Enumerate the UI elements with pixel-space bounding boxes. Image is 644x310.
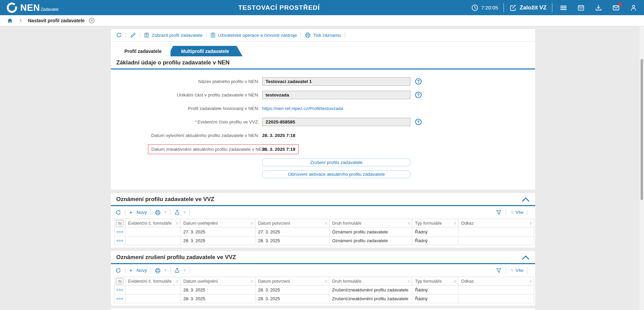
- column-header[interactable]: Datum uveřejnění▽: [180, 277, 255, 286]
- view-all-button[interactable]: ▽ Vše: [510, 210, 523, 215]
- cell-link: [458, 286, 534, 294]
- plus-icon: +: [129, 267, 132, 273]
- messages-icon[interactable]: [612, 4, 620, 11]
- sort-icon[interactable]: ▽: [454, 280, 456, 283]
- toolbar-separator: [151, 267, 151, 273]
- column-header[interactable]: Datum potvrzení▽: [255, 277, 329, 286]
- deactivation-highlight-box: Datum zneaktivnění aktuálního profilu za…: [148, 144, 299, 154]
- column-header[interactable]: Datum potvrzení▽: [255, 219, 329, 228]
- printer-icon: [305, 32, 311, 38]
- created-date-label: Datum vytvoření aktuálního profilu zadav…: [111, 133, 259, 138]
- column-header[interactable]: Evidenční č. formuláře▽: [125, 277, 180, 286]
- close-tab-icon[interactable]: [89, 18, 95, 24]
- row-menu-icon[interactable]: [117, 289, 123, 291]
- new-button[interactable]: + Nový: [129, 209, 147, 215]
- calendar-icon[interactable]: [577, 4, 585, 11]
- create-vz-button[interactable]: Založit VZ: [509, 4, 547, 11]
- column-header[interactable]: Typ formuláře▽: [412, 219, 458, 228]
- column-header[interactable]: Datum uveřejnění▽: [180, 219, 255, 228]
- vvz-notices-header: Oznámení profilu zadavatele ve VVZ: [111, 193, 535, 206]
- breadcrumb: Nastavit profil zadavatele: [0, 15, 644, 26]
- sort-icon[interactable]: ▽: [408, 222, 410, 225]
- collapse-icon[interactable]: [522, 255, 530, 260]
- nen-logo[interactable]: NEN Zadavatel: [7, 2, 58, 13]
- print-menu-button[interactable]: ▽: [155, 209, 166, 216]
- basic-section-title: Základní údaje o profilu zadavatele v NE…: [116, 59, 229, 66]
- vvz-cancellation-header: Oznámení zrušení profilu zadavatele ve V…: [111, 251, 535, 264]
- new-button[interactable]: + Nový: [129, 267, 147, 273]
- table-row[interactable]: 28. 3. 2025 28. 3. 2025 Zrušení/zneaktiv…: [115, 294, 534, 303]
- table-row[interactable]: 28. 3. 2025 28. 3. 2025 Zrušení/zneaktiv…: [115, 286, 534, 294]
- print-menu-button[interactable]: ▽: [155, 267, 166, 274]
- nen-logo-icon: [7, 2, 18, 13]
- profile-url-link[interactable]: https://nen-ref.nipez.cz/Profil/testovza…: [262, 106, 343, 111]
- cell-evidence-number: [125, 228, 180, 236]
- show-profile-button[interactable]: Zobrazit profil zadavatele: [144, 32, 203, 38]
- refresh-icon[interactable]: [116, 32, 122, 38]
- column-settings-header[interactable]: [115, 219, 125, 228]
- document-icon: [210, 32, 216, 38]
- profile-name-input[interactable]: [262, 77, 410, 86]
- refresh-icon[interactable]: [115, 209, 121, 216]
- export-menu-button[interactable]: ▽: [174, 209, 186, 215]
- sort-icon[interactable]: ▽: [325, 280, 327, 283]
- edit-icon[interactable]: [130, 32, 136, 38]
- column-header[interactable]: Typ formuláře▽: [412, 277, 458, 286]
- tab-profil-zadavatele[interactable]: Profil zadavatele: [116, 46, 171, 56]
- export-menu-button[interactable]: ▽: [174, 267, 186, 273]
- toolbar-separator: [527, 209, 527, 215]
- sort-icon[interactable]: ▽: [530, 280, 532, 283]
- tab-multiprofil-zadavatele[interactable]: Multiprofil zadavatele: [168, 46, 243, 56]
- help-icon[interactable]: [415, 78, 422, 85]
- user-operations-button[interactable]: Uživatelské operace a činnosti nástroje: [210, 32, 297, 38]
- unique-part-input[interactable]: [262, 91, 410, 99]
- help-icon[interactable]: [415, 119, 422, 125]
- vertical-scrollbar[interactable]: [640, 15, 644, 310]
- scrollbar-thumb[interactable]: [641, 59, 643, 200]
- sort-icon[interactable]: ▽: [408, 280, 410, 283]
- column-header[interactable]: Druh formuláře▽: [329, 277, 412, 286]
- column-header[interactable]: Evidenční č. formuláře▽: [125, 219, 180, 228]
- view-all-button[interactable]: ▽ Vše: [510, 268, 523, 273]
- sort-icon[interactable]: ▽: [251, 222, 253, 225]
- cell-evidence-number: [125, 236, 180, 245]
- tabs: Profil zadavatele Multiprofil zadavatele: [111, 46, 535, 56]
- row-menu-icon[interactable]: [117, 298, 123, 300]
- column-header[interactable]: Odkaz▽: [458, 219, 534, 228]
- table-row[interactable]: 28. 3. 2025 28. 3. 2025 Oznámení profilu…: [115, 236, 534, 245]
- required-asterisk: *: [195, 119, 197, 124]
- view-all-label: Vše: [516, 268, 523, 273]
- create-vz-label: Založit VZ: [520, 4, 547, 11]
- sort-icon[interactable]: ▽: [530, 222, 532, 225]
- filter-icon[interactable]: [496, 267, 502, 274]
- collapse-icon[interactable]: [522, 197, 530, 202]
- toolbar-separator: [506, 267, 506, 273]
- column-settings-header[interactable]: [115, 277, 125, 286]
- filter-icon[interactable]: [496, 209, 502, 216]
- unread-badge: [618, 3, 621, 6]
- help-icon[interactable]: [415, 92, 422, 98]
- dropdown-arrow-icon: ▽: [184, 211, 186, 214]
- toolbar-separator: [140, 32, 140, 38]
- sort-icon[interactable]: ▽: [454, 222, 456, 225]
- row-menu-icon[interactable]: [117, 240, 123, 242]
- table-row[interactable]: 27. 3. 2025 27. 3. 2025 Oznámení profilu…: [115, 228, 534, 236]
- row-menu-icon[interactable]: [117, 231, 123, 233]
- restore-activation-button[interactable]: Obnovení aktivace aktuálního profilu zad…: [262, 170, 410, 178]
- home-icon[interactable]: [7, 18, 13, 24]
- refresh-icon[interactable]: [115, 267, 121, 274]
- sort-icon[interactable]: ▽: [176, 222, 178, 225]
- download-icon[interactable]: [595, 4, 602, 11]
- header-separator: [503, 3, 504, 12]
- column-header[interactable]: Druh formuláře▽: [329, 219, 412, 228]
- column-header[interactable]: Odkaz▽: [458, 277, 534, 286]
- sort-icon[interactable]: ▽: [251, 280, 253, 283]
- vvz-number-input[interactable]: [262, 118, 410, 126]
- menu-icon[interactable]: [560, 4, 567, 11]
- cancel-profile-button[interactable]: Zrušení profilu zadavatele: [262, 159, 410, 166]
- unique-part-label: Unikátní část v profilu zadavatele v NEN…: [111, 92, 259, 97]
- sort-icon[interactable]: ▽: [176, 280, 178, 283]
- print-record-button[interactable]: Tisk záznamu: [305, 32, 341, 38]
- user-icon[interactable]: [630, 4, 637, 11]
- sort-icon[interactable]: ▽: [325, 222, 327, 225]
